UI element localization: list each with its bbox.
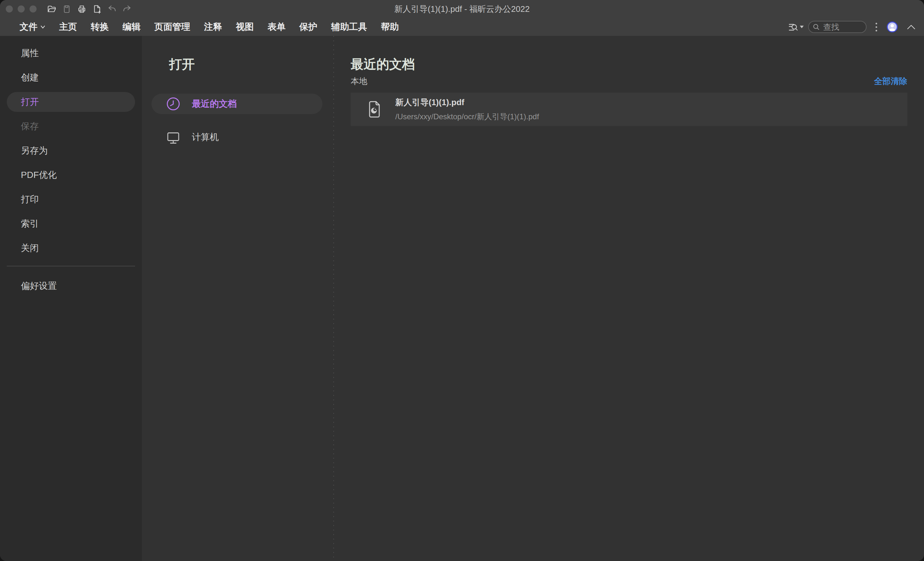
save-icon[interactable]: [62, 4, 72, 14]
minimize-window-button[interactable]: [18, 6, 25, 12]
undo-icon[interactable]: [107, 4, 117, 14]
chevron-down-icon: [40, 25, 45, 29]
sidebar-item-print[interactable]: 打印: [7, 190, 135, 209]
open-item-label: 计算机: [192, 131, 219, 143]
window-title: 新人引导(1)(1).pdf - 福昕云办公2022: [0, 3, 924, 15]
search-lines-icon: [788, 21, 798, 32]
print-icon[interactable]: [77, 4, 87, 14]
recent-file-row[interactable]: 新人引导(1)(1).pdf /Users/xxy/Desktop/ocr/新人…: [351, 93, 908, 126]
more-options-icon[interactable]: [872, 21, 880, 33]
find-input[interactable]: [823, 22, 862, 32]
file-name: 新人引导(1)(1).pdf: [395, 97, 539, 108]
menu-view[interactable]: 视图: [236, 21, 254, 33]
sidebar-item-pdf-optimize[interactable]: PDF优化: [7, 165, 135, 185]
main-menus: 文件 主页 转换 编辑 页面管理 注释 视图 表单 保护 辅助工具 帮助: [20, 21, 399, 33]
redo-icon[interactable]: [122, 4, 132, 14]
menu-page-management[interactable]: 页面管理: [154, 21, 190, 33]
collapse-toolbar-button[interactable]: [905, 23, 917, 31]
caret-down-icon: [800, 25, 804, 28]
menu-edit[interactable]: 编辑: [123, 21, 141, 33]
pdf-file-icon: [368, 101, 381, 118]
new-document-icon[interactable]: [92, 4, 102, 14]
menubar: 文件 主页 转换 编辑 页面管理 注释 视图 表单 保护 辅助工具 帮助: [0, 18, 924, 36]
menu-form[interactable]: 表单: [268, 21, 285, 33]
advanced-search-button[interactable]: [788, 21, 804, 32]
sidebar-item-index[interactable]: 索引: [7, 214, 135, 234]
zoom-window-button[interactable]: [30, 6, 37, 12]
file-sidebar: 属性 创建 打开 保存 另存为 PDF优化 打印 索引 关闭 偏好设置: [0, 36, 142, 561]
open-item-recent-documents[interactable]: 最近的文档: [152, 94, 322, 114]
titlebar: 新人引导(1)(1).pdf - 福昕云办公2022: [0, 0, 924, 18]
sidebar-item-preferences[interactable]: 偏好设置: [7, 276, 135, 296]
backstage-view: 属性 创建 打开 保存 另存为 PDF优化 打印 索引 关闭 偏好设置 打开: [0, 36, 924, 561]
open-source-list: 最近的文档 计算机: [142, 94, 334, 147]
open-panel-title: 打开: [169, 57, 334, 72]
clock-icon: [166, 97, 180, 111]
sidebar-divider: [7, 266, 135, 266]
sidebar-item-open[interactable]: 打开: [7, 92, 135, 112]
sidebar-item-save-as[interactable]: 另存为: [7, 141, 135, 161]
open-file-icon[interactable]: [47, 4, 57, 14]
local-section-header: 本地 全部清除: [351, 76, 908, 87]
recent-panel-title: 最近的文档: [351, 57, 908, 72]
close-window-button[interactable]: [6, 6, 13, 12]
menu-home[interactable]: 主页: [59, 21, 77, 33]
menu-convert[interactable]: 转换: [91, 21, 109, 33]
quick-toolbar: [47, 4, 132, 14]
sidebar-item-close[interactable]: 关闭: [7, 238, 135, 258]
computer-icon: [166, 130, 180, 144]
open-item-computer[interactable]: 计算机: [152, 127, 322, 147]
file-path: /Users/xxy/Desktop/ocr/新人引导(1)(1).pdf: [395, 112, 539, 122]
menu-protect[interactable]: 保护: [299, 21, 317, 33]
open-panel: 打开 最近的文档: [142, 36, 334, 561]
recent-documents-panel: 最近的文档 本地 全部清除 新人引导(1)(1).pdf: [334, 36, 924, 561]
person-icon: [888, 22, 897, 31]
find-box[interactable]: [808, 21, 867, 33]
search-icon: [813, 23, 820, 30]
open-item-label: 最近的文档: [192, 98, 237, 110]
menu-help[interactable]: 帮助: [381, 21, 399, 33]
app-window: 新人引导(1)(1).pdf - 福昕云办公2022 文件 主页 转换 编辑 页…: [0, 0, 924, 561]
local-section-label: 本地: [351, 76, 368, 87]
user-avatar[interactable]: [887, 21, 898, 32]
menu-file-label: 文件: [20, 21, 38, 33]
traffic-lights: [6, 6, 37, 12]
menu-comment[interactable]: 注释: [204, 21, 222, 33]
file-meta: 新人引导(1)(1).pdf /Users/xxy/Desktop/ocr/新人…: [395, 97, 539, 122]
menubar-right-cluster: [788, 21, 917, 33]
sidebar-item-create[interactable]: 创建: [7, 67, 135, 88]
menu-accessibility[interactable]: 辅助工具: [331, 21, 367, 33]
menu-file[interactable]: 文件: [20, 21, 45, 33]
chevron-up-icon: [907, 24, 916, 30]
clear-all-link[interactable]: 全部清除: [874, 76, 908, 87]
sidebar-item-save: 保存: [7, 117, 135, 136]
sidebar-item-properties[interactable]: 属性: [7, 43, 135, 63]
